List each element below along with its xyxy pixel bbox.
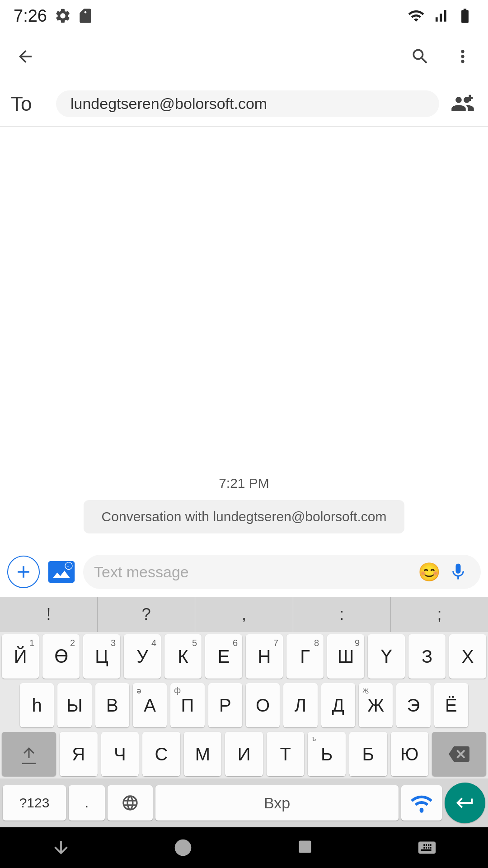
key-в[interactable]: В [95, 683, 129, 727]
status-bar-right [407, 7, 474, 24]
key-dot[interactable]: . [69, 785, 105, 821]
search-icon [410, 47, 430, 66]
nav-recent-icon [297, 839, 313, 855]
nav-back-button[interactable] [47, 833, 75, 862]
keyboard-bottom-row: ?123 . Вхр [0, 778, 488, 827]
text-input-container[interactable]: Text message 😊 [83, 555, 481, 589]
key-ч[interactable]: Ч [101, 732, 139, 776]
emoji-button[interactable]: 😊 [418, 560, 441, 584]
key-enter[interactable] [445, 783, 485, 823]
key-exclaim[interactable]: ! [0, 597, 98, 632]
nav-home-icon [173, 838, 193, 858]
key-ж[interactable]: ж̧Ж [359, 683, 393, 727]
recipient-chip[interactable]: lundegtseren@bolorsoft.com [56, 90, 439, 117]
key-н[interactable]: 7Н [246, 634, 283, 679]
add-contact-button[interactable] [448, 90, 477, 118]
nav-recent-button[interactable] [291, 833, 319, 862]
key-semicolon[interactable]: ; [391, 597, 488, 632]
nav-keyboard-icon [417, 837, 437, 858]
key-я[interactable]: Я [60, 732, 98, 776]
backspace-icon [449, 744, 469, 764]
key-а[interactable]: əА [133, 683, 167, 727]
key-о[interactable]: О [246, 683, 280, 727]
add-icon [14, 562, 33, 582]
svg-rect-6 [299, 841, 311, 853]
mic-icon [448, 562, 468, 582]
to-row: To lundegtseren@bolorsoft.com [0, 81, 488, 127]
key-ө[interactable]: 2Ө [42, 634, 80, 679]
status-bar: 7:26 [0, 0, 488, 32]
globe-icon [121, 794, 139, 812]
key-б[interactable]: Б [349, 732, 387, 776]
key-п[interactable]: фП [170, 683, 204, 727]
status-bar-left: 7:26 [14, 6, 94, 26]
add-attachment-button[interactable] [7, 556, 40, 588]
backspace-key[interactable] [432, 732, 486, 776]
status-icons [54, 7, 94, 24]
key-ц[interactable]: 3Ц [83, 634, 120, 679]
shift-icon [21, 745, 37, 761]
key-comma[interactable]: , [195, 597, 293, 632]
keyboard-special-row: ! ? , : ; [0, 597, 488, 632]
key-э[interactable]: Э [396, 683, 430, 727]
key-ш[interactable]: 9Ш [327, 634, 364, 679]
key-space[interactable]: Вхр [155, 785, 399, 821]
signal-icon [432, 7, 449, 24]
wifi-icon [407, 7, 426, 24]
wifi-suggest-icon [410, 791, 433, 815]
more-vert-icon [453, 47, 473, 66]
battery-icon [455, 7, 474, 24]
key-ь[interactable]: ъЬ [308, 732, 346, 776]
key-ю[interactable]: Ю [391, 732, 429, 776]
nav-keyboard-button[interactable] [413, 833, 441, 862]
mic-button[interactable] [446, 560, 470, 584]
key-ё[interactable]: Ё [434, 683, 468, 727]
keyboard: ! ? , : ; 1Й 2Ө 3Ц 4У 5К 6Е 7Н 8Г 9Ш Ү З… [0, 597, 488, 827]
app-bar-left [11, 42, 40, 71]
status-time: 7:26 [14, 6, 47, 26]
key-т[interactable]: Т [267, 732, 305, 776]
key-colon[interactable]: : [293, 597, 391, 632]
key-д[interactable]: Д [321, 683, 355, 727]
keyboard-row-1: 1Й 2Ө 3Ц 4У 5К 6Е 7Н 8Г 9Ш Ү З Х [0, 632, 488, 681]
key-е[interactable]: 6Е [205, 634, 242, 679]
more-options-button[interactable] [448, 42, 477, 71]
key-и[interactable]: И [225, 732, 263, 776]
add-contact-icon [450, 92, 475, 116]
input-row: + Text message 😊 [0, 547, 488, 597]
key-suggest[interactable] [401, 785, 442, 821]
app-bar [0, 32, 488, 81]
key-у[interactable]: 4У [124, 634, 161, 679]
key-х[interactable]: Х [449, 634, 486, 679]
key-ы[interactable]: Ы [57, 683, 91, 727]
content-body: To lundegtseren@bolorsoft.com 7:21 PM Co… [0, 32, 488, 827]
keyboard-row-3: Я Ч С М И Т ъЬ Б Ю [0, 730, 488, 778]
shift-key[interactable] [2, 732, 56, 776]
search-button[interactable] [406, 42, 435, 71]
enter-icon [455, 793, 475, 813]
back-button[interactable] [11, 42, 40, 71]
key-м[interactable]: М [184, 732, 222, 776]
to-label: To [11, 93, 47, 115]
keyboard-row-2: h Ы В əА фП Р О Л Д ж̧Ж Э Ё [0, 681, 488, 730]
key-question[interactable]: ? [98, 597, 195, 632]
key-й[interactable]: 1Й [2, 634, 39, 679]
nav-recent-icon [297, 839, 313, 857]
sdcard-icon [77, 7, 94, 24]
key-л[interactable]: Л [283, 683, 317, 727]
message-area: 7:21 PM Conversation with lundegtseren@b… [0, 127, 488, 547]
media-icon: + [47, 557, 76, 586]
key-h[interactable]: h [20, 683, 54, 727]
key-с[interactable]: С [142, 732, 180, 776]
key-ү[interactable]: Ү [368, 634, 405, 679]
app-bar-right [406, 42, 477, 71]
nav-home-button[interactable] [169, 833, 197, 862]
key-globe[interactable] [108, 785, 153, 821]
settings-icon [54, 7, 71, 24]
media-button[interactable]: + [45, 556, 78, 588]
key-г[interactable]: 8Г [286, 634, 324, 679]
key-к[interactable]: 5К [164, 634, 202, 679]
key-з[interactable]: З [408, 634, 446, 679]
key-num[interactable]: ?123 [3, 785, 66, 821]
key-р[interactable]: Р [208, 683, 242, 727]
